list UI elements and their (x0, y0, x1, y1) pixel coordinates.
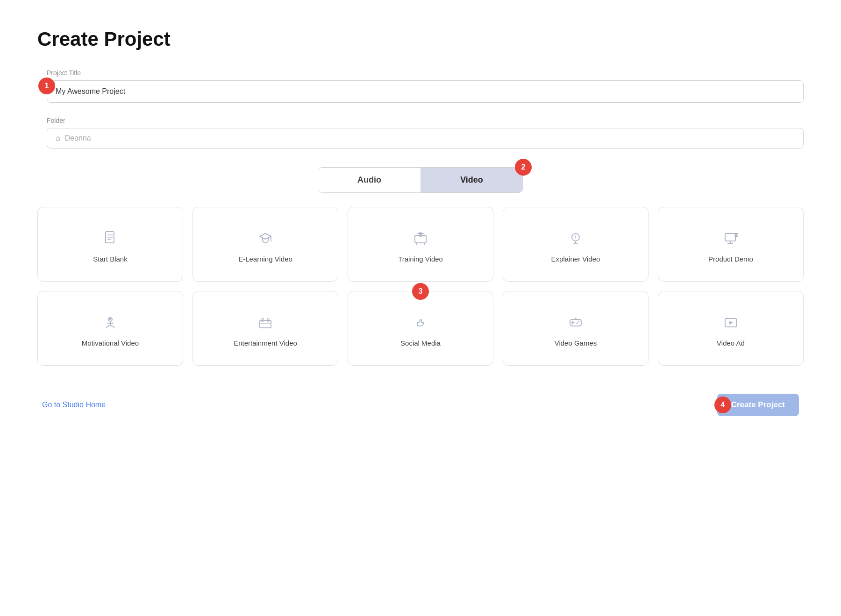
home-icon: ⌂ (56, 134, 60, 142)
card-start-blank[interactable]: Start Blank (37, 207, 183, 282)
card-social-media-label: Social Media (400, 339, 441, 347)
folder-input[interactable]: ⌂ Deanna (47, 128, 804, 149)
svg-text:!: ! (575, 235, 576, 240)
video-ad-icon (721, 313, 740, 332)
tab-toggle: Audio Video (318, 167, 523, 193)
cards-row-2: Motivational Video Entertainment Video 3 (37, 291, 804, 366)
card-start-blank-label: Start Blank (93, 255, 127, 263)
card-entertainment-label: Entertainment Video (234, 339, 297, 347)
social-media-icon (411, 313, 430, 332)
card-entertainment-video[interactable]: Entertainment Video (192, 291, 338, 366)
blank-icon (101, 229, 120, 248)
go-to-studio-home-link[interactable]: Go to Studio Home (42, 401, 106, 409)
card-video-games[interactable]: Video Games (503, 291, 649, 366)
footer: Go to Studio Home 4 Create Project (37, 394, 804, 416)
step-badge-1: 1 (38, 78, 55, 94)
card-product-demo[interactable]: Product Demo (658, 207, 804, 282)
card-training-video[interactable]: Training Video (348, 207, 493, 282)
card-elearning-video[interactable]: E-Learning Video (192, 207, 338, 282)
card-video-games-label: Video Games (555, 339, 597, 347)
card-video-ad[interactable]: Video Ad (658, 291, 804, 366)
card-elearning-label: E-Learning Video (238, 255, 292, 263)
page-title: Create Project (37, 28, 804, 50)
project-title-label: Project Title (47, 69, 804, 77)
card-social-media[interactable]: 3 Social Media (348, 291, 493, 366)
tab-audio[interactable]: Audio (318, 168, 420, 192)
tab-video[interactable]: Video (420, 168, 523, 192)
card-training-label: Training Video (398, 255, 443, 263)
step-badge-3: 3 (412, 283, 429, 300)
card-product-demo-label: Product Demo (708, 255, 753, 263)
card-explainer-video[interactable]: ! Explainer Video (503, 207, 649, 282)
card-motivational-video[interactable]: Motivational Video (37, 291, 183, 366)
tab-section: Audio Video 2 Start Blank (37, 167, 804, 366)
training-icon (411, 229, 430, 248)
project-title-input[interactable] (47, 80, 804, 103)
svg-point-31 (578, 321, 579, 322)
explainer-icon: ! (566, 229, 585, 248)
product-demo-icon (721, 229, 740, 248)
card-motivational-label: Motivational Video (82, 339, 139, 347)
video-games-icon (566, 313, 585, 332)
card-explainer-label: Explainer Video (551, 255, 600, 263)
svg-point-32 (577, 322, 578, 324)
svg-marker-36 (729, 321, 733, 325)
folder-value: Deanna (65, 134, 91, 142)
cards-row-1: Start Blank E-Learning Video (37, 207, 804, 282)
motivational-icon (101, 313, 120, 332)
step-badge-4: 4 (714, 397, 731, 413)
step-badge-2: 2 (515, 159, 532, 176)
entertainment-icon (256, 313, 275, 332)
elearning-icon (256, 229, 275, 248)
card-video-ad-label: Video Ad (717, 339, 745, 347)
svg-rect-15 (725, 234, 735, 241)
folder-label: Folder (47, 117, 804, 124)
svg-rect-23 (260, 320, 271, 328)
